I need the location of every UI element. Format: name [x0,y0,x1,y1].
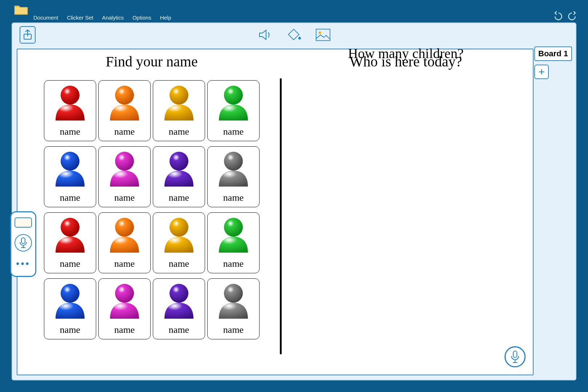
svg-point-16 [115,284,134,303]
color-swatch[interactable] [15,217,32,228]
bottom-question: How many children? [293,45,518,61]
more-dots-icon[interactable]: ••• [16,258,30,269]
svg-point-3 [61,86,79,105]
cell-label: name [169,192,189,203]
cell-label: name [60,258,80,269]
svg-point-6 [224,86,243,105]
menu-options[interactable]: Options [132,15,151,21]
menu-analytics[interactable]: Analytics [102,15,124,21]
name-cell[interactable]: name [153,146,205,207]
svg-point-9 [170,152,188,171]
svg-rect-1 [316,29,330,41]
picture-icon[interactable] [315,27,331,42]
name-cell[interactable]: name [98,212,151,273]
name-cell[interactable]: name [207,278,260,339]
record-button[interactable] [505,346,526,367]
cell-label: name [223,192,244,203]
vertical-divider [280,78,282,354]
cell-label: name [114,192,135,203]
name-cell[interactable]: name [207,80,260,141]
name-cell[interactable]: name [98,146,151,207]
cell-label: name [169,324,189,335]
svg-point-8 [115,152,134,171]
menu-clicker-set[interactable]: Clicker Set [67,15,93,21]
svg-rect-20 [21,238,25,244]
add-board-button[interactable]: + [534,65,549,79]
svg-rect-19 [513,351,517,358]
name-cell[interactable]: name [98,80,151,141]
cell-label: name [60,324,80,335]
cell-label: name [223,126,244,137]
name-cell[interactable]: name [153,212,205,273]
name-cells-grid: name name [36,80,268,339]
name-cell[interactable]: name [98,278,151,339]
cell-label: name [223,258,244,269]
svg-point-2 [319,31,321,34]
name-cell[interactable]: name [44,80,96,141]
cell-label: name [60,126,80,137]
side-panel: ••• [10,211,36,277]
cell-label: name [169,126,189,137]
name-cell[interactable]: name [153,80,205,141]
name-cell[interactable]: name [44,212,96,273]
cell-label: name [169,258,189,269]
svg-point-10 [224,152,243,171]
svg-point-5 [170,86,188,105]
left-heading: Find your name [36,53,268,70]
svg-point-11 [61,218,79,237]
name-cell[interactable]: name [207,212,260,273]
svg-point-4 [115,86,134,105]
svg-point-12 [115,218,134,237]
cell-label: name [223,324,244,335]
menu-bar: Document Clicker Set Analytics Options H… [33,15,171,21]
sound-icon[interactable] [257,27,273,42]
svg-point-15 [61,284,79,303]
svg-point-18 [224,284,243,303]
name-cell[interactable]: name [153,278,205,339]
paint-bucket-icon[interactable] [286,27,302,42]
cell-label: name [114,126,135,137]
svg-point-14 [224,218,243,237]
side-mic-button[interactable] [15,234,32,252]
name-cell[interactable]: name [44,278,96,339]
board-canvas: Find your name name [17,49,534,375]
name-cell[interactable]: name [44,146,96,207]
board-tab[interactable]: Board 1 [534,46,572,61]
redo-icon[interactable] [568,11,578,23]
menu-document[interactable]: Document [33,15,58,21]
svg-point-13 [170,218,188,237]
cell-label: name [114,258,135,269]
name-cell[interactable]: name [207,146,260,207]
undo-icon[interactable] [552,11,563,23]
cell-label: name [60,192,80,203]
menu-help[interactable]: Help [160,15,171,21]
toolbar [12,23,576,46]
svg-point-7 [61,152,79,171]
open-folder-icon[interactable] [14,4,28,15]
svg-point-17 [170,284,188,303]
cell-label: name [114,324,135,335]
